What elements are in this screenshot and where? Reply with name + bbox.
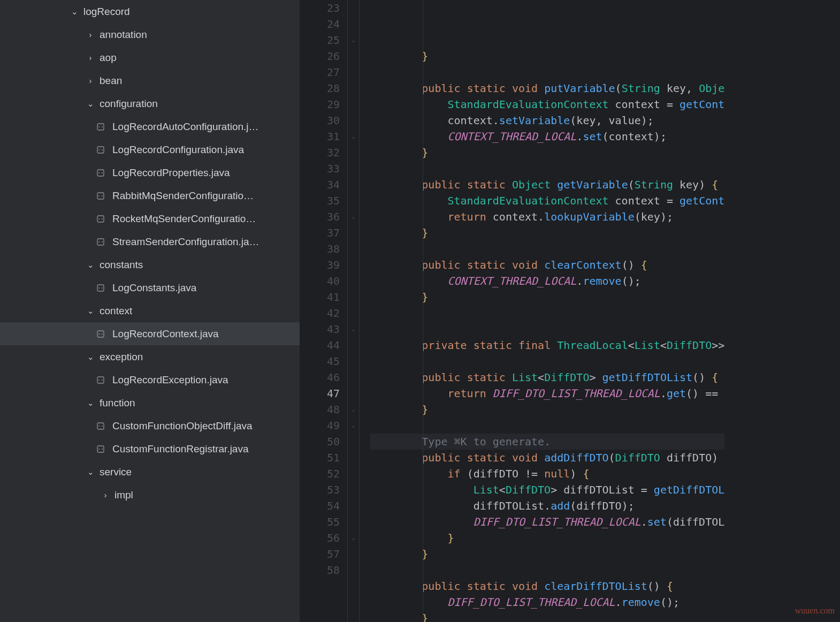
file-LogConstants[interactable]: LogConstants.java: [0, 276, 300, 299]
code-line[interactable]: [370, 241, 724, 257]
code-line[interactable]: diffDTOList.add(diffDTO);: [370, 498, 724, 514]
code-line[interactable]: public static void clearContext() {: [370, 257, 724, 273]
line-number[interactable]: 48: [316, 401, 340, 418]
file-RabbitMqSenderConfiguration[interactable]: RabbitMqSenderConfiguratio…: [0, 184, 300, 207]
file-LogRecordConfiguration[interactable]: LogRecordConfiguration.java: [0, 138, 300, 161]
line-number[interactable]: 58: [316, 562, 340, 578]
line-number[interactable]: 57: [316, 546, 340, 562]
code-line[interactable]: CONTEXT_THREAD_LOCAL.remove();: [370, 273, 724, 289]
folder-function[interactable]: ⌄ function: [0, 391, 300, 414]
line-number[interactable]: 38: [316, 241, 340, 257]
folder-bean[interactable]: › bean: [0, 69, 300, 92]
folder-context[interactable]: ⌄ context: [0, 299, 300, 322]
line-number[interactable]: 35: [316, 193, 340, 209]
folder-logRecord[interactable]: ⌄ logRecord: [0, 0, 300, 23]
line-number[interactable]: 45: [316, 353, 340, 369]
line-number[interactable]: 30: [316, 112, 340, 128]
line-number[interactable]: 42: [316, 305, 340, 321]
line-number[interactable]: 27: [316, 64, 340, 80]
line-number[interactable]: 53: [316, 482, 340, 498]
code-line[interactable]: context.setVariable(key, value);: [370, 112, 724, 128]
code-line[interactable]: StandardEvaluationContext context = getC…: [370, 193, 724, 209]
folder-configuration[interactable]: ⌄ configuration: [0, 92, 300, 115]
line-number[interactable]: 51: [316, 450, 340, 466]
code-line[interactable]: }: [370, 48, 724, 64]
line-number[interactable]: 28: [316, 80, 340, 96]
code-line[interactable]: [370, 562, 724, 578]
line-number-gutter[interactable]: 2324252627282930313233343536373839404142…: [300, 0, 348, 622]
line-number[interactable]: 36: [316, 209, 340, 225]
folder-impl[interactable]: › impl: [0, 483, 300, 506]
folder-annotation[interactable]: › annotation: [0, 23, 300, 46]
code-line[interactable]: DIFF_DTO_LIST_THREAD_LOCAL.set(diffDTOL: [370, 514, 724, 530]
code-line[interactable]: StandardEvaluationContext context = getC…: [370, 96, 724, 112]
code-line[interactable]: Type ⌘K to generate.: [370, 434, 724, 450]
file-LogRecordProperties[interactable]: LogRecordProperties.java: [0, 161, 300, 184]
line-number[interactable]: 24: [316, 16, 340, 32]
code-line[interactable]: }: [370, 225, 724, 241]
code-editor[interactable]: 2324252627282930313233343536373839404142…: [300, 0, 840, 622]
line-number[interactable]: 54: [316, 498, 340, 514]
line-number[interactable]: 33: [316, 161, 340, 177]
line-number[interactable]: 50: [316, 434, 340, 450]
code-line[interactable]: public static List<DiffDTO> getDiffDTOLi…: [370, 369, 724, 385]
fold-marker[interactable]: ⌄: [348, 128, 359, 145]
line-number[interactable]: 44: [316, 337, 340, 353]
line-number[interactable]: 29: [316, 96, 340, 112]
fold-marker[interactable]: ⌄: [348, 32, 359, 48]
fold-column[interactable]: ⌄⌄⌄⌄⌄⌄⌄: [348, 0, 360, 622]
code-line[interactable]: private static final ThreadLocal<List<Di…: [370, 337, 724, 353]
code-line[interactable]: return DIFF_DTO_LIST_THREAD_LOCAL.get() …: [370, 385, 724, 401]
code-line[interactable]: [370, 321, 724, 337]
line-number[interactable]: 56: [316, 530, 340, 546]
code-line[interactable]: }: [370, 530, 724, 546]
code-line[interactable]: return context.lookupVariable(key);: [370, 209, 724, 225]
project-tree[interactable]: ⌄ logRecord › annotation › aop › bean ⌄ …: [0, 0, 300, 622]
code-line[interactable]: List<DiffDTO> diffDTOList = getDiffDTOL: [370, 482, 724, 498]
fold-marker[interactable]: ⌄: [348, 418, 359, 434]
code-line[interactable]: [370, 353, 724, 369]
line-number[interactable]: 26: [316, 48, 340, 64]
file-StreamSenderConfiguration[interactable]: StreamSenderConfiguration.ja…: [0, 230, 300, 253]
code-line[interactable]: [370, 305, 724, 321]
line-number[interactable]: 43: [316, 321, 340, 337]
line-number[interactable]: 55: [316, 514, 340, 530]
folder-constants[interactable]: ⌄ constants: [0, 253, 300, 276]
folder-exception[interactable]: ⌄ exception: [0, 345, 300, 368]
line-number[interactable]: 41: [316, 289, 340, 305]
line-number[interactable]: 40: [316, 273, 340, 289]
line-number[interactable]: 34: [316, 177, 340, 193]
code-line[interactable]: [370, 161, 724, 177]
line-number[interactable]: 31: [316, 128, 340, 145]
code-line[interactable]: [370, 64, 724, 80]
file-LogRecordAutoConfiguration[interactable]: LogRecordAutoConfiguration.j…: [0, 115, 300, 138]
code-line[interactable]: }: [370, 401, 724, 418]
code-line[interactable]: public static void putVariable(String ke…: [370, 80, 724, 96]
line-number[interactable]: 23: [316, 0, 340, 16]
line-number[interactable]: 39: [316, 257, 340, 273]
code-line[interactable]: public static void clearDiffDTOList() {: [370, 578, 724, 594]
line-number[interactable]: 46: [316, 369, 340, 385]
code-line[interactable]: DIFF_DTO_LIST_THREAD_LOCAL.remove();: [370, 594, 724, 610]
line-number[interactable]: 52: [316, 466, 340, 482]
code-line[interactable]: }: [370, 289, 724, 305]
code-line[interactable]: if (diffDTO != null) {: [370, 466, 724, 482]
code-line[interactable]: }: [370, 145, 724, 161]
line-number[interactable]: 49: [316, 418, 340, 434]
fold-marker[interactable]: ⌄: [348, 321, 359, 337]
folder-service[interactable]: ⌄ service: [0, 460, 300, 483]
fold-marker[interactable]: ⌄: [348, 209, 359, 225]
file-RocketMqSenderConfiguration[interactable]: RocketMqSenderConfiguratio…: [0, 207, 300, 230]
folder-aop[interactable]: › aop: [0, 46, 300, 69]
code-line[interactable]: }: [370, 610, 724, 622]
fold-marker[interactable]: ⌄: [348, 401, 359, 418]
code-line[interactable]: public static void addDiffDTO(DiffDTO di…: [370, 450, 724, 466]
code-line[interactable]: }: [370, 546, 724, 562]
line-number[interactable]: 37: [316, 225, 340, 241]
file-CustomFunctionObjectDiff[interactable]: CustomFunctionObjectDiff.java: [0, 414, 300, 437]
code-line[interactable]: CONTEXT_THREAD_LOCAL.set(context);: [370, 128, 724, 145]
file-LogRecordException[interactable]: LogRecordException.java: [0, 368, 300, 391]
line-number[interactable]: 47: [316, 385, 340, 401]
fold-marker[interactable]: ⌄: [348, 530, 359, 546]
line-number[interactable]: 25: [316, 32, 340, 48]
